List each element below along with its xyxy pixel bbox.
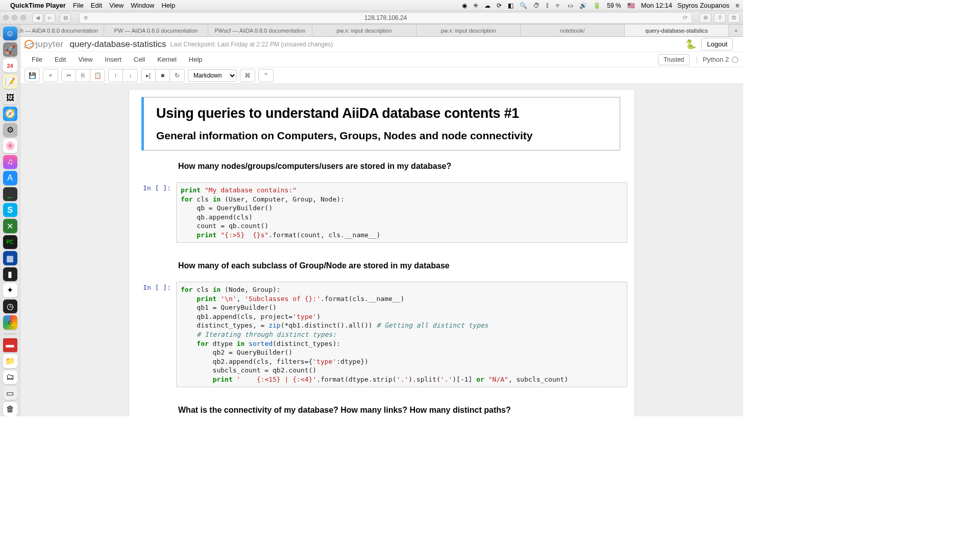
code1-input[interactable]: print "My database contains:" for cls in… <box>176 182 627 243</box>
dock-minimized-icon[interactable]: ▭ <box>3 386 17 400</box>
status-wifi-icon[interactable]: ᯤ <box>555 2 561 9</box>
status-notifications-icon[interactable]: ≡ <box>736 2 739 9</box>
status-dropbox-icon[interactable]: ✳ <box>473 2 478 9</box>
status-flag-icon[interactable]: 🇺🇸 <box>627 2 635 9</box>
dock-downloads-icon[interactable]: 📁 <box>3 354 17 368</box>
dock-slack-icon[interactable]: ✦ <box>3 283 17 297</box>
tb-moveup-button[interactable]: ↑ <box>109 69 123 82</box>
status-sync-icon[interactable]: ⟳ <box>497 2 502 9</box>
dock-launchpad-icon[interactable]: 🚀 <box>3 42 17 56</box>
dock-pycharm-icon[interactable]: PC <box>3 235 17 249</box>
safari-tab-3[interactable]: pw.x: input description <box>312 24 416 36</box>
kernel-indicator[interactable]: Python 2 <box>703 56 738 63</box>
status-app-icon[interactable]: ◧ <box>508 2 513 9</box>
safari-tab-1[interactable]: PW — AiiDA 0.8.0 documentation <box>104 24 208 36</box>
close-icon[interactable] <box>3 15 9 20</box>
jupyter-logo[interactable]: jupyter <box>24 39 64 49</box>
dock-chrome-icon[interactable]: ○ <box>3 315 17 329</box>
back-button[interactable]: ◀ <box>32 13 43 23</box>
jp-menu-help[interactable]: Help <box>183 54 209 65</box>
cell-code-1[interactable]: In [ ]: print "My database contains:" fo… <box>129 179 634 246</box>
dock-skype-icon[interactable]: S <box>3 203 17 217</box>
menubar-file[interactable]: File <box>73 2 84 9</box>
menubar-user[interactable]: Spyros Zoupanos <box>677 2 729 9</box>
zoom-icon[interactable] <box>20 15 26 20</box>
dock-systemprefs-icon[interactable]: ⚙ <box>3 123 17 137</box>
tb-copy-button[interactable]: ⎘ <box>76 69 90 82</box>
cell-markdown-sec2[interactable]: How many of each subclass of Group/Node … <box>129 253 634 279</box>
tb-save-button[interactable]: 💾 <box>25 69 39 82</box>
status-battery-icon[interactable]: 🔋 <box>593 2 601 9</box>
jp-menu-edit[interactable]: Edit <box>48 54 72 65</box>
jp-menu-file[interactable]: File <box>26 54 48 65</box>
menubar-app-name[interactable]: QuickTime Player <box>10 2 66 9</box>
dock-vm-icon[interactable]: ▦ <box>3 251 17 265</box>
safari-tab-4[interactable]: pw.x: input description <box>416 24 521 36</box>
url-bar[interactable]: ⊘ 128.178.106.24 ⟳ <box>79 12 692 23</box>
safari-tab-new[interactable]: + <box>729 24 743 36</box>
cell-markdown-heading[interactable]: Using queries to understand AiiDA databa… <box>134 94 627 154</box>
dock-doc-icon[interactable]: ▬ <box>3 338 17 352</box>
menubar-window[interactable]: Window <box>131 2 154 9</box>
dock-trash-icon[interactable]: 🗑 <box>3 402 17 416</box>
safari-tab-5[interactable]: notebook/ <box>521 24 625 36</box>
tb-cut-button[interactable]: ✂ <box>62 69 76 82</box>
jp-menu-insert[interactable]: Insert <box>99 54 128 65</box>
dock-calendar-icon[interactable]: 24 <box>3 59 17 72</box>
notebook-title[interactable]: query-database-statistics <box>70 39 166 49</box>
dock-xcode-icon[interactable]: ✕ <box>3 219 17 233</box>
forward-button[interactable]: ▶ <box>44 13 56 23</box>
safari-tab-6[interactable]: query-database-statistics <box>625 24 729 36</box>
dock-appstore-icon[interactable]: A <box>3 171 17 185</box>
cell-markdown-sec3[interactable]: What is the connectivity of my database?… <box>129 397 634 416</box>
tb-celltoolbar-button[interactable]: ⌃ <box>259 69 273 82</box>
cell-markdown-sec1[interactable]: How many nodes/groups/computers/users ar… <box>129 154 634 179</box>
logout-button[interactable]: Logout <box>701 38 733 51</box>
menubar-help[interactable]: Help <box>161 2 175 9</box>
status-bluetooth-icon[interactable]: ᛒ <box>546 2 549 9</box>
tb-paste-button[interactable]: 📋 <box>90 69 105 82</box>
dock-monitor-icon[interactable]: ◷ <box>3 299 17 313</box>
cell-prompt-empty-2 <box>136 256 176 276</box>
tb-run-button[interactable]: ▸| <box>141 69 156 82</box>
menubar-clock[interactable]: Mon 12:14 <box>641 2 672 9</box>
safari-tab-2[interactable]: PWscf — AiiDA 0.8.0 documentation <box>208 24 312 36</box>
dock-photos-icon[interactable]: 🌸 <box>3 139 17 153</box>
reload-icon[interactable]: ⟳ <box>683 14 688 21</box>
tb-restart-button[interactable]: ↻ <box>170 69 184 82</box>
dock-preview-icon[interactable]: 🖼 <box>3 91 17 105</box>
code2-input[interactable]: for cls in (Node, Group): print '\n', 'S… <box>176 282 627 387</box>
dock-stack-icon[interactable]: 🗂 <box>3 370 17 384</box>
trusted-badge[interactable]: Trusted <box>658 54 690 65</box>
tb-movedown-button[interactable]: ↓ <box>123 69 137 82</box>
menubar-edit[interactable]: Edit <box>91 2 102 9</box>
jp-menu-kernel[interactable]: Kernel <box>151 54 183 65</box>
tb-stop-button[interactable]: ■ <box>156 69 170 82</box>
status-display-icon[interactable]: ▭ <box>568 2 573 9</box>
status-cloud-icon[interactable]: ☁ <box>484 2 491 9</box>
status-timemachine-icon[interactable]: ⏱ <box>533 2 540 9</box>
jp-menu-view[interactable]: View <box>72 54 99 65</box>
dock-finder-icon[interactable]: ☺ <box>3 27 17 40</box>
sidebar-button[interactable]: ▤ <box>60 13 71 23</box>
jp-menu-cell[interactable]: Cell <box>128 54 151 65</box>
dock-iterm-icon[interactable]: ▮ <box>3 267 17 281</box>
tb-command-palette-button[interactable]: ⌘ <box>240 69 255 82</box>
status-volume-icon[interactable]: 🔊 <box>579 2 587 9</box>
dock-terminal-icon[interactable]: _ <box>3 187 17 201</box>
window-traffic-lights[interactable] <box>3 15 26 20</box>
minimize-icon[interactable] <box>12 15 17 20</box>
tabs-button[interactable]: ⧉ <box>728 13 740 23</box>
celltype-select[interactable]: Markdown <box>188 69 237 82</box>
dock-notes-icon[interactable]: 📝 <box>3 74 17 88</box>
dock-safari-icon[interactable]: 🧭 <box>3 107 17 120</box>
tb-add-cell-button[interactable]: ＋ <box>43 69 58 82</box>
share-button[interactable]: ⇪ <box>714 13 726 23</box>
status-search-icon[interactable]: 🔍 <box>520 2 527 9</box>
reader-button[interactable]: ⊕ <box>699 13 712 23</box>
dock-itunes-icon[interactable]: ♫ <box>3 155 17 169</box>
menubar-view[interactable]: View <box>109 2 124 9</box>
status-record-icon[interactable]: ◉ <box>462 2 467 9</box>
cell-code-2[interactable]: In [ ]: for cls in (Node, Group): print … <box>129 279 634 390</box>
notebook-scroll-area[interactable]: Using queries to understand AiiDA databa… <box>20 84 743 416</box>
